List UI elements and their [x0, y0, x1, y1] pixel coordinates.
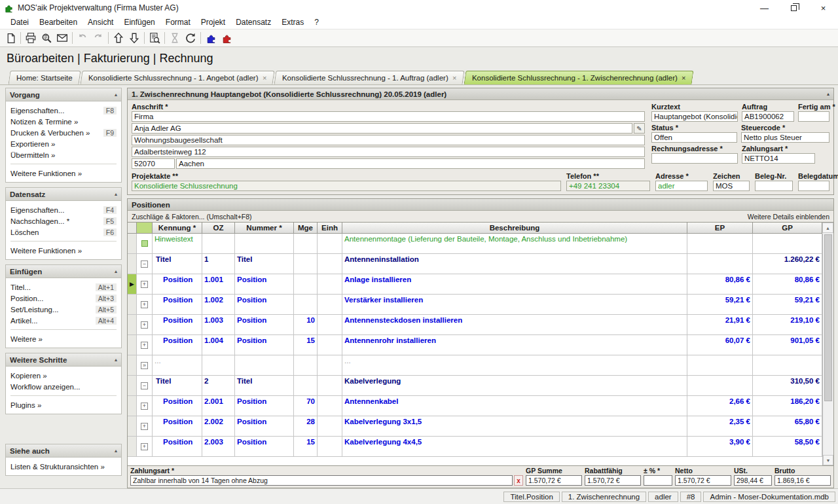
plugin-blue-icon[interactable]: [203, 30, 219, 46]
menu-projekt[interactable]: Projekt: [196, 16, 230, 28]
redo-icon[interactable]: [90, 30, 106, 46]
menu-extras[interactable]: Extras: [276, 16, 309, 28]
sidebar-item-nachschlagen[interactable]: Nachschlagen... *F5: [10, 215, 117, 226]
collapse-node-icon[interactable]: −: [141, 261, 148, 268]
expand-node-icon[interactable]: +: [141, 423, 148, 430]
telefon-field[interactable]: +49 241 23304: [566, 181, 650, 191]
belegdatum-field[interactable]: [798, 181, 829, 191]
column-header-nummer[interactable]: Nummer *: [235, 223, 294, 234]
sidebar-item-exportieren[interactable]: Exportieren »: [10, 138, 117, 149]
anschrift-line1-field[interactable]: Firma: [132, 111, 645, 122]
sidebar-item-workflow-anzeigen[interactable]: Workflow anzeigen...: [10, 381, 117, 392]
sidebar-item-kopieren[interactable]: Kopieren »: [10, 370, 117, 381]
menu-datensatz[interactable]: Datensatz: [230, 16, 276, 28]
close-icon[interactable]: ×: [452, 74, 456, 82]
sidebar-item-notizen-termine[interactable]: Notizen & Termine »: [10, 116, 117, 127]
column-header-ep[interactable]: EP: [687, 223, 753, 234]
collapse-icon[interactable]: ▴: [115, 357, 117, 363]
column-header-beschreibung[interactable]: Beschreibung: [342, 223, 687, 234]
tab-zwischenrechnung[interactable]: Konsolidierte Schlussrechnung - 1. Zwisc…: [464, 71, 693, 84]
group-header-datensatz[interactable]: Datensatz▴: [6, 188, 121, 201]
scrollbar-thumb[interactable]: [824, 234, 832, 401]
undo-icon[interactable]: [75, 30, 90, 46]
status-field[interactable]: Offen: [651, 132, 737, 143]
group-header-siehe-auch[interactable]: Siehe auch▴: [6, 444, 121, 458]
sidebar-item-artikel[interactable]: Artikel...Alt+4: [10, 315, 117, 326]
kurztext-field[interactable]: Hauptangebot (Konsolidier: [651, 111, 738, 122]
sidebar-item-weitere[interactable]: Weitere »: [10, 333, 117, 344]
adresse-field[interactable]: adler: [655, 181, 708, 191]
group-header-vorgang[interactable]: Vorgang▴: [6, 88, 121, 101]
weitere-details-link[interactable]: Weitere Details einblenden: [748, 213, 829, 221]
anschrift-line3-field[interactable]: Wohnungsbaugesellschaft: [132, 135, 645, 145]
collapse-node-icon[interactable]: −: [141, 382, 148, 389]
zahlungsart-text-field[interactable]: Zahlbar innerhalb von 14 Tagen ohne Abzu…: [130, 475, 513, 486]
plugin-red-icon[interactable]: [219, 30, 234, 46]
vertical-scrollbar[interactable]: ▼: [822, 234, 833, 465]
menu-ansicht[interactable]: Ansicht: [82, 16, 118, 28]
plus-minus-percent-field[interactable]: [644, 475, 672, 486]
rechnungsadresse-field[interactable]: [651, 153, 738, 164]
move-down-icon[interactable]: [126, 30, 142, 46]
sidebar-item-weitere-funktionen-vorgang[interactable]: Weitere Funktionen »: [10, 168, 117, 179]
collapse-icon[interactable]: ▴: [115, 448, 117, 454]
sidebar-item-listen-strukturansichten[interactable]: Listen & Strukturansichten »: [10, 461, 117, 472]
sidebar-item-loeschen[interactable]: LöschenF6: [10, 226, 117, 238]
expand-node-icon[interactable]: +: [141, 321, 148, 329]
auftrag-field[interactable]: AB1900062: [742, 111, 794, 122]
sidebar-item-eigenschaften-datensatz[interactable]: Eigenschaften...F4: [10, 204, 117, 215]
menu-hilfe[interactable]: ?: [309, 16, 324, 28]
sidebar-item-eigenschaften-vorgang[interactable]: Eigenschaften...F8: [10, 105, 117, 116]
group-header-einfuegen[interactable]: Einfügen▴: [6, 265, 121, 278]
expand-node-icon[interactable]: +: [141, 342, 148, 349]
column-header-kennung[interactable]: Kennung *: [153, 223, 202, 234]
current-row-marker[interactable]: ▶: [128, 274, 137, 295]
zuschlaege-faktoren-link[interactable]: Zuschläge & Faktoren... (Umschalt+F8): [132, 213, 252, 221]
expand-node-icon[interactable]: +: [141, 281, 148, 288]
anschrift-line4-field[interactable]: Adalbertsteinweg 112: [132, 147, 645, 157]
column-header-einh[interactable]: Einh: [318, 223, 342, 234]
menu-datei[interactable]: Datei: [5, 16, 34, 28]
tab-auftrag[interactable]: Konsolidierte Schlussrechnung - 1. Auftr…: [274, 71, 464, 84]
hourglass-icon[interactable]: [167, 30, 183, 46]
restore-icon[interactable]: [779, 0, 809, 16]
edit-address-icon[interactable]: ✎: [634, 123, 645, 134]
scroll-up-icon[interactable]: ▲: [822, 223, 833, 233]
sidebar-item-uebermitteln[interactable]: Übermitteln »: [10, 149, 117, 160]
fertig-am-field[interactable]: [798, 111, 829, 122]
beleg-nr-field[interactable]: [755, 181, 793, 191]
sidebar-item-titel[interactable]: Titel...Alt+1: [10, 281, 117, 293]
sidebar-item-drucken-verbuchen[interactable]: Drucken & Verbuchen »F9: [10, 127, 117, 138]
anschrift-line2-field[interactable]: Anja Adler AG: [132, 123, 632, 134]
report-preview-icon[interactable]: [147, 30, 162, 46]
refresh-icon[interactable]: [183, 30, 198, 46]
sidebar-item-weitere-funktionen-datensatz[interactable]: Weitere Funktionen »: [10, 245, 117, 256]
menu-bearbeiten[interactable]: Bearbeiten: [34, 16, 82, 28]
collapse-icon[interactable]: ▴: [115, 92, 117, 98]
menu-einfuegen[interactable]: Einfügen: [118, 16, 160, 28]
close-icon[interactable]: ×: [682, 74, 685, 82]
column-header-gp[interactable]: GP: [753, 223, 822, 234]
expand-node-icon[interactable]: +: [141, 403, 148, 410]
close-icon[interactable]: ×: [809, 0, 838, 16]
minimize-icon[interactable]: —: [750, 0, 779, 16]
sidebar-item-plugins[interactable]: Plugins »: [10, 399, 117, 410]
clear-zahlungsart-icon[interactable]: x: [514, 475, 523, 486]
group-header-weitere-schritte[interactable]: Weitere Schritte▴: [6, 353, 121, 367]
sidebar-item-position[interactable]: Position...Alt+3: [10, 293, 117, 304]
tab-angebot[interactable]: Konsolidierte Schlussrechnung - 1. Angeb…: [80, 71, 274, 84]
move-up-icon[interactable]: [111, 30, 126, 46]
menu-format[interactable]: Format: [160, 16, 196, 28]
expand-node-icon[interactable]: +: [141, 301, 148, 308]
close-icon[interactable]: ×: [262, 74, 266, 82]
collapse-icon[interactable]: ▴: [115, 268, 117, 274]
plz-field[interactable]: 52070: [132, 158, 175, 169]
tab-home[interactable]: Home: Startseite: [9, 71, 81, 84]
collapse-icon[interactable]: ▴: [827, 91, 829, 97]
vertical-scrollbar[interactable]: ▲: [822, 223, 833, 234]
column-header-oz[interactable]: OZ: [202, 223, 235, 234]
ort-field[interactable]: Aachen: [176, 158, 645, 169]
steuercode-field[interactable]: Netto plus Steuer: [741, 132, 829, 143]
projektakte-field[interactable]: Konsolidierte Schlussrechnung: [132, 181, 561, 191]
scroll-down-icon[interactable]: ▼: [823, 455, 833, 465]
